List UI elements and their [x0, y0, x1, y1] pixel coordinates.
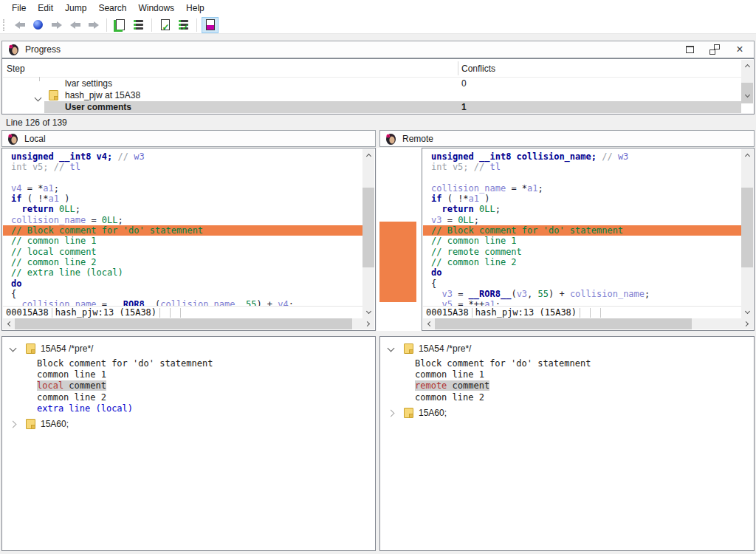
close-icon[interactable]	[735, 45, 745, 54]
comment-line[interactable]: Block comment for 'do' statemnent	[2, 358, 375, 369]
restore-icon[interactable]	[709, 45, 720, 54]
copy-all-blocks-icon[interactable]	[130, 17, 147, 33]
code-line: // remote comment	[423, 247, 741, 257]
chevron-right-icon[interactable]	[10, 422, 21, 427]
status-cell	[580, 308, 591, 318]
highlighted-comment: local comment	[37, 380, 106, 391]
scroll-down-icon[interactable]	[741, 307, 753, 318]
accept-all-blocks-icon[interactable]	[175, 17, 192, 33]
folder-icon	[26, 343, 35, 354]
status-cell: hash_pjw:13 (15A38)	[472, 308, 580, 318]
menu-search[interactable]: Search	[92, 1, 132, 16]
progress-vertical-scrollbar[interactable]	[741, 60, 753, 102]
code-line: v4 = *a1;	[3, 183, 362, 194]
row-selection	[44, 101, 741, 113]
remote-pane-header[interactable]: Remote	[379, 130, 755, 147]
next-conflict-icon[interactable]	[85, 17, 102, 33]
copy-block-icon[interactable]	[111, 17, 128, 33]
status-cell: 00015A38	[423, 308, 472, 318]
scrollbar-thumb[interactable]	[362, 188, 374, 267]
tree-group-row[interactable]: 15A54 /*pre*/	[2, 341, 375, 355]
tree-group-row[interactable]: 15A54 /*pre*/	[380, 341, 754, 355]
local-vertical-scrollbar[interactable]	[362, 149, 374, 318]
local-code-pane: unsigned __int8 v4; // w3int v5; // tl v…	[1, 148, 376, 331]
scroll-up-icon[interactable]	[741, 149, 753, 161]
remote-status-bar: 00015A38hash_pjw:13 (15A38)	[423, 306, 741, 318]
menu-edit[interactable]: Edit	[32, 1, 59, 16]
scroll-right-icon[interactable]	[362, 318, 374, 329]
scroll-down-icon[interactable]	[362, 307, 374, 318]
merged-view-icon[interactable]	[202, 17, 219, 33]
status-cell: hash_pjw:13 (15A38)	[52, 308, 160, 318]
window-buttons	[684, 45, 754, 54]
column-separator[interactable]	[458, 61, 458, 75]
menu-jump[interactable]: Jump	[59, 1, 92, 16]
scroll-up-icon[interactable]	[362, 149, 374, 161]
maximize-icon[interactable]	[684, 45, 695, 54]
chevron-right-icon[interactable]	[388, 411, 399, 416]
comment-lines: Block comment for 'do' statemnentcommon …	[2, 358, 375, 414]
scroll-right-icon[interactable]	[741, 318, 753, 329]
comment-line[interactable]: Block comment for 'do' statemnent	[380, 358, 754, 369]
toolbar	[0, 16, 756, 34]
scroll-up-icon[interactable]	[741, 60, 753, 72]
toolbar-separator	[196, 18, 197, 32]
code-line: // common line 1	[3, 236, 362, 246]
comment-line[interactable]: common line 1	[380, 369, 754, 380]
nav-forward-icon[interactable]	[48, 17, 65, 33]
tree-group-row[interactable]: 15A60;	[2, 417, 375, 431]
local-code-view[interactable]: unsigned __int8 v4; // w3int v5; // tl v…	[3, 149, 362, 306]
conflict-highlighted-line: // Block comment for 'do' statemnent	[3, 225, 362, 236]
progress-table-header[interactable]: Step Conflicts	[3, 60, 741, 78]
code-line: if ( !*a1 )	[3, 194, 362, 204]
remote-vertical-scrollbar[interactable]	[741, 149, 753, 318]
conflict-region-marker[interactable]	[379, 222, 416, 302]
accept-block-icon[interactable]	[157, 17, 173, 33]
scroll-left-icon[interactable]	[3, 318, 15, 329]
column-conflicts[interactable]: Conflicts	[461, 64, 495, 74]
code-line: unsigned __int8 collision_name; // w3	[423, 151, 741, 162]
local-pane-header[interactable]: Local	[1, 130, 376, 147]
progress-row[interactable]: User comments1	[3, 101, 741, 113]
comment-line[interactable]: common line 2	[2, 392, 375, 403]
comment-lines: Block comment for 'do' statemnentcommon …	[380, 358, 754, 403]
folder-icon	[404, 408, 413, 418]
code-line	[3, 173, 362, 183]
tree-group-row[interactable]: 15A60;	[380, 406, 754, 420]
scroll-left-icon[interactable]	[423, 318, 435, 329]
step-label: hash_pjw at 15A38	[65, 90, 140, 100]
comment-line[interactable]: common line 2	[380, 392, 754, 403]
menu-file[interactable]: File	[6, 1, 32, 16]
code-line: v3 = __ROR8__(v3, 55) + collision_name;	[423, 289, 741, 299]
code-line: // local comment	[3, 247, 362, 257]
code-line: collision_name = __ROR8__(collision_name…	[3, 299, 362, 306]
comment-line[interactable]: extra line (local)	[2, 403, 375, 414]
scroll-down-icon[interactable]	[741, 90, 753, 102]
scrollbar-thumb[interactable]	[741, 188, 753, 267]
remote-horizontal-scrollbar[interactable]	[423, 318, 753, 329]
scrollbar-thumb[interactable]	[15, 318, 352, 329]
local-horizontal-scrollbar[interactable]	[3, 318, 374, 329]
chevron-down-icon[interactable]	[10, 346, 21, 351]
toolbar-drag-handle[interactable]	[3, 19, 7, 31]
menu-windows[interactable]: Windows	[132, 1, 180, 16]
remote-code-view[interactable]: unsigned __int8 collision_name; // w3int…	[423, 149, 741, 306]
prev-conflict-icon[interactable]	[66, 17, 83, 33]
comment-line[interactable]: remote comment	[380, 380, 754, 391]
progress-row[interactable]: lvar settings0	[3, 78, 741, 89]
comment-line[interactable]: common line 1	[2, 369, 375, 380]
local-pane-title: Local	[24, 134, 46, 144]
nav-back-icon[interactable]	[11, 17, 28, 33]
chevron-down-icon[interactable]	[388, 346, 399, 351]
menu-help[interactable]: Help	[180, 1, 210, 16]
code-line: int v5; // tl	[3, 162, 362, 172]
progress-row[interactable]: hash_pjw at 15A38	[3, 89, 741, 101]
nav-current-icon[interactable]	[30, 17, 47, 33]
column-step[interactable]: Step	[7, 64, 25, 74]
comment-line[interactable]: local comment	[2, 380, 375, 391]
app-window: FileEditJumpSearchWindowsHelp Progress S…	[0, 0, 756, 554]
progress-panel-titlebar[interactable]: Progress	[1, 41, 755, 58]
scrollbar-thumb[interactable]	[435, 318, 692, 329]
code-line: return 0LL;	[423, 204, 741, 214]
progress-panel-title: Progress	[25, 44, 61, 55]
